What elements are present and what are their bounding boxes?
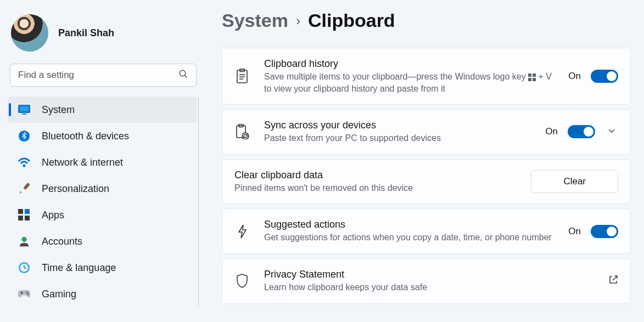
- setting-sync-devices[interactable]: Sync across your devices Paste text from…: [222, 109, 631, 155]
- sidebar-item-label: Gaming: [42, 289, 76, 300]
- lightning-icon: [234, 224, 250, 239]
- svg-point-32: [242, 133, 249, 139]
- svg-rect-20: [21, 291, 23, 294]
- svg-rect-4: [22, 114, 26, 115]
- sidebar-item-time[interactable]: Time & language: [8, 255, 197, 281]
- svg-rect-3: [20, 106, 29, 111]
- svg-line-1: [184, 75, 187, 78]
- sidebar-item-label: Network & internet: [42, 157, 123, 168]
- setting-title: Sync across your devices: [264, 120, 531, 131]
- svg-point-6: [23, 165, 26, 167]
- svg-rect-9: [25, 209, 30, 214]
- sidebar-item-network[interactable]: Network & internet: [8, 149, 197, 176]
- setting-suggested-actions: Suggested actions Get suggestions for ac…: [222, 208, 631, 254]
- svg-line-33: [613, 276, 617, 280]
- external-link-icon: [608, 275, 618, 287]
- chevron-right-icon: ›: [296, 13, 300, 29]
- setting-description: Pinned items won't be removed on this de…: [234, 182, 531, 194]
- sidebar-item-apps[interactable]: Apps: [8, 202, 197, 228]
- sidebar-item-label: Personalization: [42, 183, 109, 195]
- sidebar-item-bluetooth[interactable]: Bluetooth & devices: [8, 123, 197, 149]
- setting-title: Clear clipboard data: [234, 170, 531, 181]
- chevron-down-icon[interactable]: [605, 126, 618, 137]
- toggle-state-label: On: [568, 226, 581, 237]
- svg-rect-26: [528, 74, 531, 77]
- clipboard-history-toggle[interactable]: [591, 70, 618, 83]
- main-content: System › Clipboard Clipboard history Sav…: [203, 0, 644, 322]
- setting-description: Save multiple items to your clipboard—pr…: [264, 71, 554, 94]
- profile-block[interactable]: Pankil Shah: [8, 9, 199, 64]
- sidebar-item-label: System: [42, 104, 75, 116]
- sidebar-item-personalization[interactable]: Personalization: [8, 176, 197, 202]
- windows-key-icon: [528, 74, 536, 81]
- page-title: Clipboard: [308, 10, 395, 31]
- sidebar-item-label: Time & language: [42, 262, 116, 274]
- apps-icon: [18, 208, 31, 222]
- setting-description: Get suggestions for actions when you cop…: [264, 231, 554, 244]
- search-input-wrap[interactable]: [10, 64, 197, 87]
- sidebar: Pankil Shah System Bluetooth & devices: [0, 0, 203, 322]
- sidebar-item-label: Bluetooth & devices: [42, 131, 129, 142]
- shield-icon: [234, 273, 250, 289]
- svg-point-18: [27, 293, 29, 295]
- clipboard-sync-icon: [234, 124, 250, 139]
- personalization-icon: [18, 182, 31, 195]
- system-icon: [18, 103, 31, 116]
- clear-button[interactable]: Clear: [531, 170, 618, 193]
- svg-point-17: [26, 292, 28, 293]
- setting-privacy-statement[interactable]: Privacy Statement Learn how clipboard ke…: [222, 258, 631, 304]
- toggle-state-label: On: [568, 71, 581, 82]
- toggle-state-label: On: [545, 126, 558, 137]
- nav-list: System Bluetooth & devices Network & int…: [8, 97, 199, 307]
- svg-rect-28: [528, 78, 531, 81]
- setting-title: Suggested actions: [264, 219, 554, 230]
- sidebar-item-label: Accounts: [42, 236, 82, 247]
- breadcrumb: System › Clipboard: [222, 10, 631, 31]
- setting-title: Privacy Statement: [264, 269, 594, 280]
- search-input[interactable]: [18, 70, 178, 81]
- svg-rect-8: [18, 209, 23, 214]
- clipboard-icon: [234, 69, 250, 84]
- svg-rect-10: [18, 216, 23, 221]
- svg-point-0: [180, 70, 186, 76]
- svg-rect-7: [23, 183, 30, 190]
- setting-clipboard-history: Clipboard history Save multiple items to…: [222, 48, 631, 105]
- setting-description: Paste text from your PC to supported dev…: [264, 132, 531, 144]
- avatar: [11, 14, 48, 52]
- bluetooth-icon: [18, 129, 31, 143]
- profile-name: Pankil Shah: [58, 27, 114, 39]
- breadcrumb-parent[interactable]: System: [222, 10, 288, 31]
- sidebar-item-label: Apps: [42, 210, 64, 221]
- sidebar-item-system[interactable]: System: [8, 97, 197, 123]
- gaming-icon: [18, 287, 31, 301]
- sidebar-item-gaming[interactable]: Gaming: [8, 281, 197, 307]
- sync-toggle[interactable]: [568, 125, 595, 138]
- search-icon: [178, 69, 188, 81]
- suggested-actions-toggle[interactable]: [591, 225, 618, 238]
- wifi-icon: [18, 156, 31, 169]
- setting-title: Clipboard history: [264, 58, 554, 70]
- svg-rect-11: [25, 216, 30, 221]
- setting-clear-clipboard: Clear clipboard data Pinned items won't …: [222, 159, 631, 205]
- svg-point-12: [21, 237, 26, 242]
- sidebar-item-accounts[interactable]: Accounts: [8, 228, 197, 255]
- time-icon: [18, 261, 31, 274]
- setting-description: Learn how clipboard keeps your data safe: [264, 281, 594, 293]
- accounts-icon: [18, 235, 31, 248]
